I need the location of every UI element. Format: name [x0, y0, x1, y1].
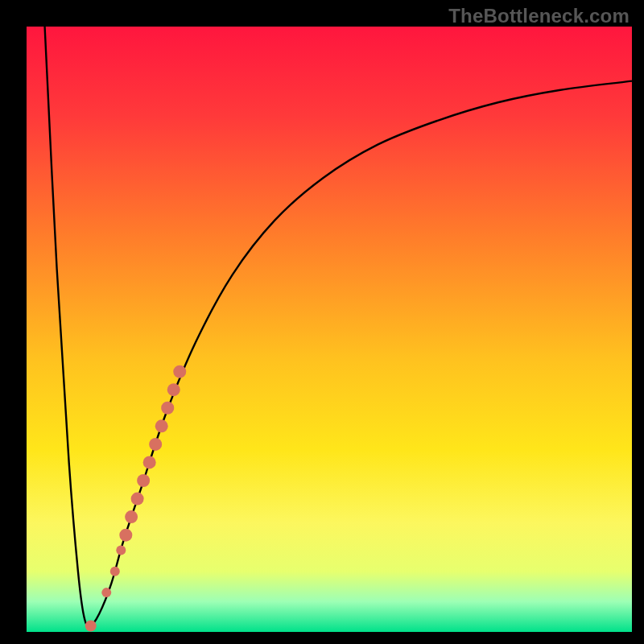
- data-point: [155, 419, 168, 432]
- watermark-label: TheBottleneck.com: [448, 5, 630, 27]
- data-point: [173, 365, 186, 378]
- data-point: [110, 567, 120, 576]
- data-point: [131, 493, 144, 506]
- data-point: [137, 474, 150, 487]
- data-point: [167, 383, 180, 396]
- data-points-group: [85, 365, 187, 632]
- plot-area: [27, 27, 632, 632]
- data-point: [85, 620, 97, 631]
- data-point: [161, 402, 174, 415]
- data-point: [125, 510, 138, 523]
- data-point: [101, 588, 111, 597]
- data-point: [116, 545, 126, 555]
- data-point: [149, 438, 162, 451]
- chart-frame: TheBottleneck.com: [0, 0, 644, 644]
- bottleneck-curve: [45, 27, 632, 626]
- data-point: [143, 456, 156, 469]
- chart-svg: [27, 27, 632, 632]
- data-point: [119, 529, 132, 542]
